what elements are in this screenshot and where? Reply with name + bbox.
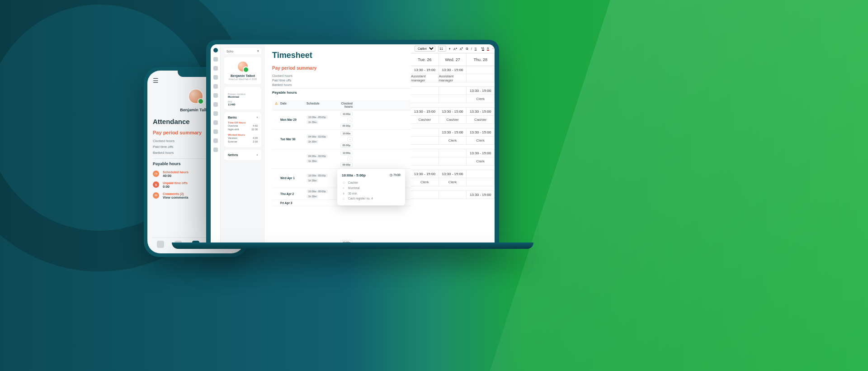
- sheet-cell[interactable]: [411, 191, 439, 199]
- sheet-row[interactable]: 13:30 - 15:00: [411, 87, 495, 95]
- sheet-cell[interactable]: 13:30 - 15:00: [467, 87, 495, 95]
- clocked-pill: 10:00a: [340, 112, 353, 116]
- sheet-row[interactable]: CashierCashierCashier: [411, 116, 495, 124]
- nav-stats-icon[interactable]: [213, 129, 218, 134]
- register-icon: ⌂: [342, 197, 345, 200]
- bold-button[interactable]: G: [466, 47, 468, 50]
- sheet-cell[interactable]: [467, 74, 495, 82]
- sheet-cell[interactable]: Cashier: [439, 116, 467, 124]
- col-header[interactable]: Wed. 27: [439, 53, 467, 66]
- info-value: 0:00: [163, 185, 188, 189]
- nav-chat-icon[interactable]: [213, 93, 218, 98]
- pin-value: 11460: [228, 103, 258, 106]
- sheet-cell[interactable]: [439, 95, 467, 103]
- font-color-button[interactable]: A: [487, 47, 489, 51]
- user-avatar[interactable]: [188, 89, 203, 104]
- sheet-cell[interactable]: [439, 149, 467, 157]
- integration-card[interactable]: Nethris›: [224, 150, 261, 160]
- sheet-row[interactable]: 13:30 - 15:00: [411, 149, 495, 157]
- nav-home-icon[interactable]: [213, 57, 218, 62]
- sheet-row[interactable]: Assistant managerAssistant manager: [411, 74, 495, 82]
- sheet-cell[interactable]: 13:30 - 15:00: [439, 108, 467, 115]
- sheet-cell[interactable]: Clerk: [439, 178, 467, 186]
- sheet-row[interactable]: ClerkClerk: [411, 178, 495, 186]
- sheet-cell[interactable]: Clerk: [467, 95, 495, 103]
- view-comments-link[interactable]: View comments: [163, 195, 189, 200]
- sheet-row[interactable]: [411, 166, 495, 170]
- sheet-cell[interactable]: 13:30 - 15:00: [439, 170, 467, 178]
- chevron-down-icon[interactable]: ▾: [449, 47, 451, 51]
- sheet-cell[interactable]: Cashier: [467, 116, 495, 124]
- sheet-cell[interactable]: Clerk: [467, 157, 495, 165]
- laptop-screen: Soho▾ Benjamin Talbot Hired on Wed Feb 4…: [211, 44, 495, 244]
- sheet-cell[interactable]: 13:30 - 15:00: [467, 191, 495, 199]
- sheet-cell[interactable]: 13:30 - 15:00: [411, 170, 439, 178]
- font-grow-icon[interactable]: A▴: [453, 47, 457, 51]
- sheet-cell[interactable]: [467, 66, 495, 74]
- sheet-cell[interactable]: [411, 157, 439, 165]
- sheet-row[interactable]: 13:30 - 15:0013:30 - 15:00: [411, 170, 495, 178]
- more-icon[interactable]: ⋯: [492, 47, 495, 51]
- sheet-cell[interactable]: [411, 137, 439, 144]
- sheet-cell[interactable]: Cashier: [411, 116, 439, 124]
- sheet-cell[interactable]: [439, 87, 467, 95]
- sheet-cell[interactable]: [411, 95, 439, 103]
- nav-settings-icon[interactable]: [213, 138, 218, 143]
- app-logo-icon[interactable]: [213, 48, 218, 52]
- font-select[interactable]: Calibri: [415, 46, 435, 52]
- sheet-cell[interactable]: 13:30 - 15:00: [411, 108, 439, 115]
- sheet-row[interactable]: [411, 145, 495, 149]
- schedule-pill: 1h 30m: [307, 120, 318, 124]
- sheet-body[interactable]: 13:30 - 15:0013:30 - 15:00Assistant mana…: [411, 66, 495, 244]
- sheet-row[interactable]: [411, 82, 495, 87]
- sheet-cell[interactable]: Clerk: [411, 178, 439, 186]
- chevron-right-icon[interactable]: ›: [257, 116, 258, 119]
- sheet-cell[interactable]: 13:30 - 15:00: [439, 128, 467, 136]
- sheet-cell[interactable]: [411, 128, 439, 136]
- banks-card: Banks› Time Off Hours Overtime4:50 Night…: [224, 112, 261, 147]
- breadcrumb[interactable]: Soho▾: [224, 48, 261, 54]
- sheet-cell[interactable]: [439, 191, 467, 199]
- sheet-cell[interactable]: [467, 178, 495, 186]
- col-header[interactable]: Thu. 28: [467, 53, 495, 66]
- sheet-row[interactable]: Clerk: [411, 157, 495, 166]
- sheet-row[interactable]: 13:30 - 15:0013:30 - 15:00: [411, 66, 495, 74]
- sheet-cell[interactable]: Assistant manager: [411, 74, 439, 82]
- sheet-row[interactable]: Clerk: [411, 95, 495, 103]
- sheet-cell[interactable]: 13:30 - 15:00: [467, 128, 495, 136]
- sheet-row[interactable]: [411, 124, 495, 128]
- sheet-cell[interactable]: [439, 157, 467, 165]
- sheet-cell[interactable]: [411, 149, 439, 157]
- tab-home-icon[interactable]: [157, 241, 164, 248]
- underline-button[interactable]: S: [475, 47, 477, 50]
- sheet-cell[interactable]: Clerk: [439, 137, 467, 144]
- nav-org-icon[interactable]: [213, 120, 218, 125]
- nav-earth-icon[interactable]: [213, 111, 218, 116]
- nav-schedule-icon[interactable]: [213, 66, 218, 71]
- nav-card-icon[interactable]: [213, 147, 218, 152]
- sheet-cell[interactable]: Clerk: [467, 137, 495, 144]
- sheet-cell[interactable]: 13:30 - 15:00: [411, 66, 439, 74]
- nav-people-icon[interactable]: [213, 75, 218, 80]
- row-label: Clocked hours: [153, 139, 175, 143]
- sheet-row[interactable]: [411, 186, 495, 191]
- sheet-row[interactable]: 13:30 - 15:0013:30 - 15:0013:30 - 15:00: [411, 108, 495, 116]
- sheet-cell[interactable]: 13:30 - 15:00: [439, 66, 467, 74]
- sheet-cell[interactable]: 13:30 - 15:00: [467, 108, 495, 115]
- sheet-cell[interactable]: 13:30 - 15:00: [467, 149, 495, 157]
- sheet-row[interactable]: ClerkClerk: [411, 137, 495, 145]
- sheet-cell[interactable]: [467, 170, 495, 178]
- nav-broadcast-icon[interactable]: [213, 102, 218, 107]
- nav-time-icon[interactable]: [213, 84, 218, 89]
- sheet-cell[interactable]: [411, 87, 439, 95]
- user-avatar[interactable]: [237, 61, 249, 72]
- sheet-cell[interactable]: Assistant manager: [439, 74, 467, 82]
- font-shrink-icon[interactable]: A▾: [460, 47, 463, 51]
- col-header[interactable]: Tue. 26: [411, 53, 439, 66]
- italic-button[interactable]: I: [471, 47, 472, 50]
- shift-popover: 10:00a - 5:00p◷ 7h30 ◇Cashier ⌖Montreal …: [337, 169, 405, 205]
- sheet-row[interactable]: 13:30 - 15:0013:30 - 15:00: [411, 128, 495, 137]
- font-size-input[interactable]: [438, 46, 446, 52]
- sheet-row[interactable]: [411, 103, 495, 108]
- sheet-row[interactable]: 13:30 - 15:00: [411, 191, 495, 199]
